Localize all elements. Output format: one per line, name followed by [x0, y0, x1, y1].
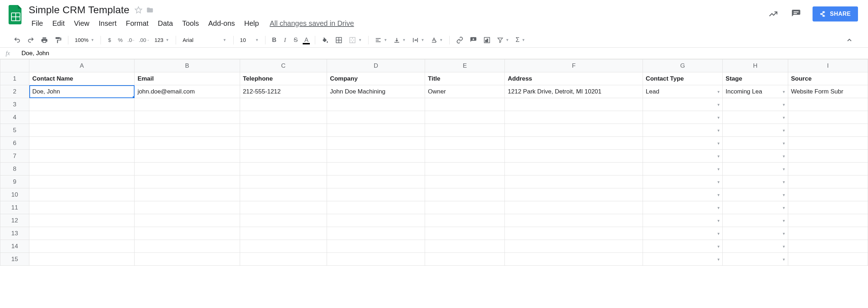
- redo-button[interactable]: [24, 35, 37, 45]
- cell-F7[interactable]: [505, 150, 643, 163]
- row-header[interactable]: 12: [0, 214, 29, 227]
- cell-I15[interactable]: [788, 253, 868, 266]
- functions-button[interactable]: Σ▼: [513, 35, 528, 45]
- cell-D13[interactable]: [327, 227, 425, 240]
- column-header-H[interactable]: H: [723, 59, 788, 72]
- cell-A5[interactable]: [29, 124, 135, 137]
- filter-button[interactable]: ▼: [494, 35, 512, 45]
- cell-G11[interactable]: ▼: [643, 201, 722, 214]
- cell-F15[interactable]: [505, 253, 643, 266]
- cell-H3[interactable]: ▼: [723, 98, 788, 111]
- menu-format[interactable]: Format: [122, 18, 153, 29]
- cell-A8[interactable]: [29, 163, 135, 175]
- cell-D12[interactable]: [327, 214, 425, 227]
- dropdown-arrow-icon[interactable]: ▼: [717, 206, 720, 210]
- cell-B2[interactable]: john.doe@email.com: [135, 85, 240, 98]
- horizontal-align-button[interactable]: ▼: [372, 35, 390, 45]
- vertical-align-button[interactable]: ▼: [391, 35, 409, 45]
- cell-C9[interactable]: [240, 175, 327, 188]
- cell-I2[interactable]: Website Form Subr: [788, 85, 868, 98]
- cell-C8[interactable]: [240, 163, 327, 175]
- cell-E1[interactable]: Title: [425, 72, 505, 85]
- row-header[interactable]: 4: [0, 111, 29, 124]
- cell-F9[interactable]: [505, 175, 643, 188]
- sheets-app-icon[interactable]: [9, 5, 23, 24]
- cell-C7[interactable]: [240, 150, 327, 163]
- cell-E4[interactable]: [425, 111, 505, 124]
- print-button[interactable]: [38, 35, 51, 45]
- paint-format-button[interactable]: [52, 35, 64, 45]
- dropdown-arrow-icon[interactable]: ▼: [717, 90, 720, 93]
- cell-A14[interactable]: [29, 240, 135, 253]
- cell-I9[interactable]: [788, 175, 868, 188]
- cell-F11[interactable]: [505, 201, 643, 214]
- move-to-folder-icon[interactable]: [146, 6, 154, 14]
- dropdown-arrow-icon[interactable]: ▼: [782, 141, 786, 145]
- dropdown-arrow-icon[interactable]: ▼: [782, 90, 786, 93]
- document-title[interactable]: Simple CRM Template: [27, 4, 131, 16]
- cell-B12[interactable]: [135, 214, 240, 227]
- cell-F6[interactable]: [505, 137, 643, 150]
- cell-B4[interactable]: [135, 111, 240, 124]
- column-header-G[interactable]: G: [643, 59, 722, 72]
- row-header[interactable]: 14: [0, 240, 29, 253]
- merge-cells-button[interactable]: ▼: [346, 35, 365, 45]
- row-header[interactable]: 10: [0, 188, 29, 201]
- menu-addons[interactable]: Add-ons: [204, 18, 239, 29]
- column-header-C[interactable]: C: [240, 59, 327, 72]
- cell-C12[interactable]: [240, 214, 327, 227]
- cell-B6[interactable]: [135, 137, 240, 150]
- cell-H10[interactable]: ▼: [723, 188, 788, 201]
- dropdown-arrow-icon[interactable]: ▼: [782, 231, 786, 235]
- cell-F5[interactable]: [505, 124, 643, 137]
- cell-I13[interactable]: [788, 227, 868, 240]
- dropdown-arrow-icon[interactable]: ▼: [782, 154, 786, 158]
- decrease-decimal-button[interactable]: .0←: [126, 35, 137, 45]
- cell-D11[interactable]: [327, 201, 425, 214]
- cell-D14[interactable]: [327, 240, 425, 253]
- cell-D2[interactable]: John Doe Machining: [327, 85, 425, 98]
- cell-I14[interactable]: [788, 240, 868, 253]
- column-header-F[interactable]: F: [505, 59, 643, 72]
- cell-D15[interactable]: [327, 253, 425, 266]
- cell-D1[interactable]: Company: [327, 72, 425, 85]
- cell-H4[interactable]: ▼: [723, 111, 788, 124]
- cell-B7[interactable]: [135, 150, 240, 163]
- cell-H13[interactable]: ▼: [723, 227, 788, 240]
- cell-D10[interactable]: [327, 188, 425, 201]
- dropdown-arrow-icon[interactable]: ▼: [717, 167, 720, 171]
- cell-I11[interactable]: [788, 201, 868, 214]
- dropdown-arrow-icon[interactable]: ▼: [782, 193, 786, 197]
- cell-H12[interactable]: ▼: [723, 214, 788, 227]
- cell-G7[interactable]: ▼: [643, 150, 722, 163]
- spreadsheet-grid[interactable]: ABCDEFGHI1Contact NameEmailTelephoneComp…: [0, 59, 868, 266]
- cell-G3[interactable]: ▼: [643, 98, 722, 111]
- row-header[interactable]: 8: [0, 163, 29, 175]
- cell-D3[interactable]: [327, 98, 425, 111]
- cell-F12[interactable]: [505, 214, 643, 227]
- cell-I12[interactable]: [788, 214, 868, 227]
- menu-help[interactable]: Help: [240, 18, 263, 29]
- cell-I10[interactable]: [788, 188, 868, 201]
- cell-I4[interactable]: [788, 111, 868, 124]
- cell-C5[interactable]: [240, 124, 327, 137]
- row-header[interactable]: 5: [0, 124, 29, 137]
- cell-B1[interactable]: Email: [135, 72, 240, 85]
- cell-B5[interactable]: [135, 124, 240, 137]
- cell-A1[interactable]: Contact Name: [29, 72, 135, 85]
- cell-C2[interactable]: 212-555-1212: [240, 85, 327, 98]
- dropdown-arrow-icon[interactable]: ▼: [717, 154, 720, 158]
- formula-input[interactable]: [21, 48, 864, 58]
- cell-G15[interactable]: ▼: [643, 253, 722, 266]
- cell-A12[interactable]: [29, 214, 135, 227]
- cell-H8[interactable]: ▼: [723, 163, 788, 175]
- cell-I5[interactable]: [788, 124, 868, 137]
- column-header-E[interactable]: E: [425, 59, 505, 72]
- dropdown-arrow-icon[interactable]: ▼: [782, 167, 786, 171]
- cell-H14[interactable]: ▼: [723, 240, 788, 253]
- cell-E13[interactable]: [425, 227, 505, 240]
- insert-link-button[interactable]: [453, 35, 466, 45]
- dropdown-arrow-icon[interactable]: ▼: [717, 244, 720, 248]
- cell-C15[interactable]: [240, 253, 327, 266]
- dropdown-arrow-icon[interactable]: ▼: [782, 115, 786, 119]
